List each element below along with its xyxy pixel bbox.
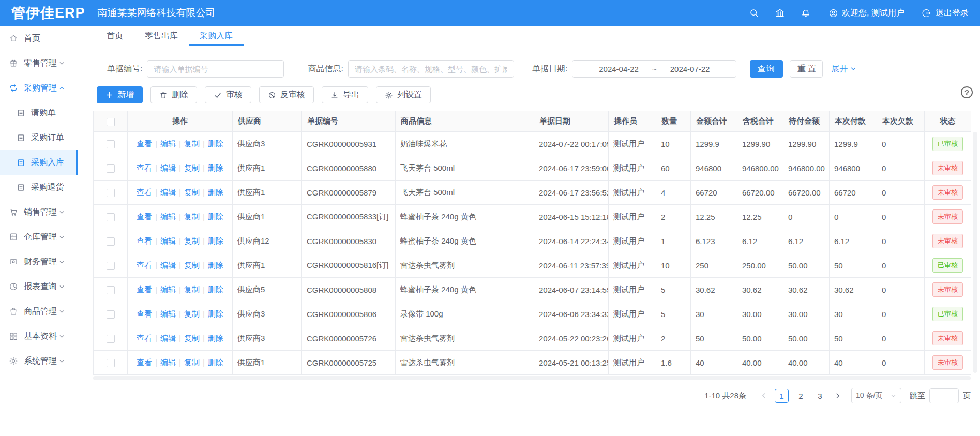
copy-link[interactable]: 复制 [184,309,200,318]
sidebar-item-report-query[interactable]: 报表查询 [0,274,78,299]
view-link[interactable]: 查看 [137,188,152,197]
row-checkbox[interactable] [107,335,115,343]
bank-icon[interactable] [775,8,785,18]
column-settings-button[interactable]: 列设置 [376,86,431,103]
copy-link[interactable]: 复制 [184,285,200,294]
delete-link[interactable]: 删除 [208,212,223,221]
chevron-down-icon [890,393,897,399]
audit-button[interactable]: 审核 [205,86,251,103]
product-info-input[interactable] [348,60,514,78]
page-size-select[interactable]: 10 条/页 [851,388,901,403]
page-button-2[interactable]: 2 [794,389,808,403]
copy-link[interactable]: 复制 [184,358,200,367]
delete-link[interactable]: 删除 [208,358,223,367]
row-checkbox[interactable] [107,286,115,294]
delete-link[interactable]: 删除 [208,163,223,172]
user-menu[interactable]: 欢迎您, 测试用户 [828,8,904,19]
view-link[interactable]: 查看 [137,334,152,342]
tab-home[interactable]: 首页 [96,26,134,46]
edit-link[interactable]: 编辑 [160,261,176,269]
row-checkbox[interactable] [107,164,115,173]
edit-link[interactable]: 编辑 [160,188,176,197]
sidebar-item-home[interactable]: 首页 [0,26,78,51]
delete-link[interactable]: 删除 [208,188,223,197]
select-all-checkbox[interactable] [107,118,115,126]
add-button[interactable]: 新增 [97,86,143,103]
edit-link[interactable]: 编辑 [160,309,176,318]
sidebar-item-system-mgmt[interactable]: 系统管理 [0,349,78,373]
view-link[interactable]: 查看 [137,163,152,172]
row-checkbox[interactable] [107,262,115,270]
export-button[interactable]: 导出 [322,86,368,103]
copy-link[interactable]: 复制 [184,188,200,197]
edit-link[interactable]: 编辑 [160,163,176,172]
logout-button[interactable]: 退出登录 [922,8,969,19]
delete-link[interactable]: 删除 [208,261,223,269]
order-no-input[interactable] [147,60,284,78]
sidebar-item-purchase-return[interactable]: 采购退货 [0,175,78,200]
sidebar-item-retail-mgmt[interactable]: 零售管理 [0,51,78,76]
expand-link[interactable]: 展开 [831,64,857,74]
edit-link[interactable]: 编辑 [160,285,176,294]
sidebar-item-purchase-mgmt[interactable]: 采购管理 [0,76,78,100]
next-page-icon[interactable] [834,392,841,399]
search-button[interactable]: 查询 [750,60,783,78]
row-checkbox[interactable] [107,359,115,367]
view-link[interactable]: 查看 [137,212,152,221]
edit-link[interactable]: 编辑 [160,334,176,342]
view-link[interactable]: 查看 [137,358,152,367]
view-link[interactable]: 查看 [137,285,152,294]
view-link[interactable]: 查看 [137,261,152,269]
row-checkbox[interactable] [107,213,115,221]
date-end[interactable]: 2024-07-22 [670,65,710,73]
unaudit-button[interactable]: 反审核 [259,86,314,103]
row-checkbox[interactable] [107,310,115,319]
reset-button[interactable]: 重置 [790,60,823,78]
delete-button[interactable]: 删除 [150,86,197,103]
page-button-3[interactable]: 3 [813,389,827,403]
delete-link[interactable]: 删除 [208,139,223,148]
page-button-1[interactable]: 1 [775,389,789,403]
copy-link[interactable]: 复制 [184,163,200,172]
help-icon[interactable]: ? [961,86,973,98]
copy-link[interactable]: 复制 [184,334,200,342]
vertical-scrollbar[interactable] [973,132,977,373]
delete-link[interactable]: 删除 [208,236,223,245]
row-checkbox[interactable] [107,237,115,246]
copy-link[interactable]: 复制 [184,236,200,245]
cell-supplier: 供应商5 [233,278,302,302]
sidebar-item-purchase-order[interactable]: 采购订单 [0,125,78,150]
edit-link[interactable]: 编辑 [160,358,176,367]
delete-link[interactable]: 删除 [208,285,223,294]
delete-link[interactable]: 删除 [208,309,223,318]
col-header-tax-amount: 含税合计 [737,111,783,132]
date-range-picker[interactable]: 2024-04-22 ~ 2024-07-22 [572,60,736,78]
view-link[interactable]: 查看 [137,309,152,318]
copy-link[interactable]: 复制 [184,139,200,148]
date-start[interactable]: 2024-04-22 [599,65,639,73]
edit-link[interactable]: 编辑 [160,139,176,148]
tab-retail-outbound[interactable]: 零售出库 [134,26,189,46]
edit-link[interactable]: 编辑 [160,212,176,221]
copy-link[interactable]: 复制 [184,261,200,269]
sidebar-item-finance-mgmt[interactable]: 财务管理 [0,249,78,274]
horizontal-scrollbar[interactable] [93,376,971,380]
row-checkbox[interactable] [107,189,115,197]
jump-to-input[interactable] [929,388,959,403]
copy-link[interactable]: 复制 [184,212,200,221]
delete-link[interactable]: 删除 [208,334,223,342]
sidebar-item-sales-mgmt[interactable]: 销售管理 [0,200,78,224]
tab-purchase-inbound[interactable]: 采购入库 [189,26,244,46]
view-link[interactable]: 查看 [137,236,152,245]
sidebar-item-purchase-inbound[interactable]: 采购入库 [0,150,78,175]
view-link[interactable]: 查看 [137,139,152,148]
bell-icon[interactable] [801,8,811,18]
sidebar-item-goods-mgmt[interactable]: 商品管理 [0,299,78,324]
edit-link[interactable]: 编辑 [160,236,176,245]
sidebar-item-basic-data[interactable]: 基本资料 [0,324,78,349]
sidebar-item-purchase-request[interactable]: 请购单 [0,100,78,125]
prev-page-icon[interactable] [760,392,767,399]
row-checkbox[interactable] [107,140,115,148]
sidebar-item-warehouse-mgmt[interactable]: 仓库管理 [0,224,78,249]
search-icon[interactable] [749,8,759,18]
